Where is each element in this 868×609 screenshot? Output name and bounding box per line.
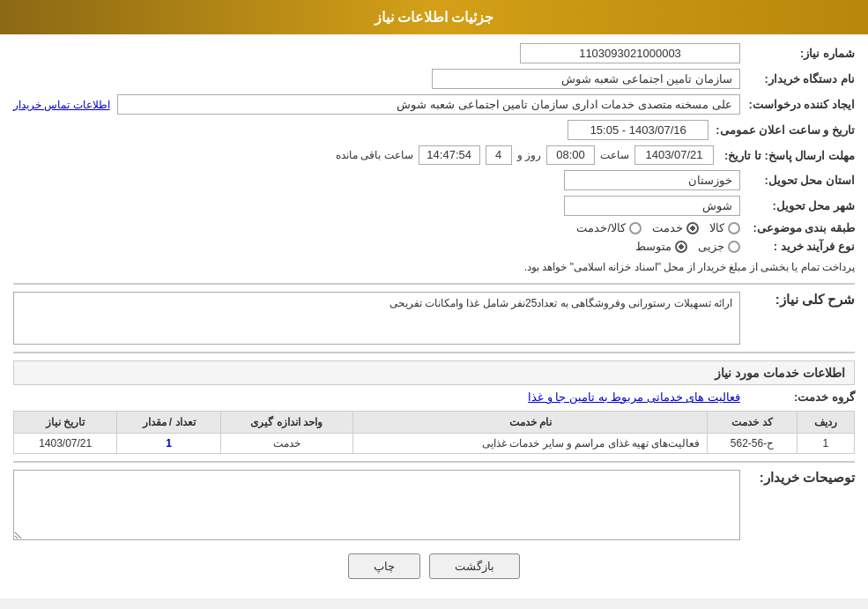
purchase-radio-jozi xyxy=(728,241,740,253)
category-option-kala-label: کالا xyxy=(709,221,724,234)
col-row-num: ردیف xyxy=(797,412,854,434)
publish-date-value: 1403/07/16 - 15:05 xyxy=(568,120,708,140)
buyer-notes-textarea[interactable] xyxy=(13,470,740,540)
services-table: ردیف کد خدمت نام خدمت واحد اندازه گیری ت… xyxy=(13,411,855,454)
purchase-type-label: نوع فرآیند خرید : xyxy=(740,240,855,253)
buyer-org-value: سازمان تامین اجتماعی شعبه شوش xyxy=(432,69,740,89)
purchase-type-jozi-label: جزیی xyxy=(698,240,724,253)
purchase-type-radio-group: جزیی متوسط xyxy=(635,240,740,253)
province-row: استان محل تحویل: خوزستان xyxy=(13,170,855,190)
province-label: استان محل تحویل: xyxy=(740,174,855,187)
category-label: طبقه بندی موضوعی: xyxy=(740,221,855,234)
category-radio-kala-khedmat xyxy=(629,222,642,234)
category-option-kala[interactable]: کالا xyxy=(709,221,740,234)
description-label: شرح کلی نیاز: xyxy=(740,292,855,308)
page-header: جزئیات اطلاعات نیاز xyxy=(0,0,868,34)
col-service-name: نام خدمت xyxy=(352,412,708,434)
response-deadline-row: مهلت ارسال پاسخ: تا تاریخ: 1403/07/21 سا… xyxy=(13,145,855,165)
buyer-notes-row: توصیحات خریدار: xyxy=(13,470,855,543)
col-date: تاریخ نیاز xyxy=(14,412,117,434)
purchase-type-row: نوع فرآیند خرید : جزیی متوسط xyxy=(13,240,855,253)
publish-date-label: تاریخ و ساعت اعلان عمومی: xyxy=(708,123,855,137)
response-date-value: 1403/07/21 xyxy=(634,145,714,165)
service-group-label: گروه خدمت: xyxy=(740,390,855,404)
category-option-khedmat[interactable]: خدمت xyxy=(652,221,699,234)
category-radio-group: کالا خدمت کالا/خدمت xyxy=(576,221,740,234)
creator-row: ایجاد کننده درخواست: علی مسخنه متصدی خدم… xyxy=(13,94,855,115)
city-value: شوش xyxy=(564,196,740,216)
response-days-value: 4 xyxy=(486,145,512,165)
divider-1 xyxy=(13,283,855,285)
need-number-row: شماره نیاز: 1103093021000003 xyxy=(13,43,855,63)
purchase-type-motavasset-label: متوسط xyxy=(635,240,671,253)
services-section-title: اطلاعات خدمات مورد نیاز xyxy=(13,360,855,385)
table-row: 1 ح-56-562 فعالیت‌های تهیه غذای مراسم و … xyxy=(14,434,855,454)
col-quantity: تعداد / مقدار xyxy=(117,412,220,434)
cell-row-num: 1 xyxy=(797,434,854,454)
page-title: جزئیات اطلاعات نیاز xyxy=(375,10,494,25)
buyer-org-row: نام دستگاه خریدار: سازمان تامین اجتماعی … xyxy=(13,69,855,89)
description-value: ارائه تسهیلات رستورانی وفروشگاهی به تعدا… xyxy=(13,292,740,345)
buyer-notes-label: توصیحات خریدار: xyxy=(740,470,855,486)
city-label: شهر محل تحویل: xyxy=(740,199,855,212)
purchase-note-row: پرداخت تمام یا بخشی از مبلغ خریدار از مح… xyxy=(13,258,855,276)
response-remaining-label: ساعت باقی مانده xyxy=(336,149,413,161)
category-option-kala-khedmat-label: کالا/خدمت xyxy=(576,221,626,234)
back-button[interactable]: بازگشت xyxy=(429,553,520,579)
col-unit: واحد اندازه گیری xyxy=(220,412,352,434)
category-option-khedmat-label: خدمت xyxy=(652,221,683,234)
cell-service-name: فعالیت‌های تهیه غذای مراسم و سایر خدمات … xyxy=(352,434,708,454)
response-days-label: روز و xyxy=(517,149,541,161)
description-row: شرح کلی نیاز: ارائه تسهیلات رستورانی وفر… xyxy=(13,292,855,345)
service-group-row: گروه خدمت: فعالیت های خدماتی مربوط به تا… xyxy=(13,390,855,404)
response-remaining-value: 14:47:54 xyxy=(419,145,480,165)
creator-value: علی مسخنه متصدی خدمات اداری سازمان تامین… xyxy=(117,94,740,115)
purchase-type-motavasset[interactable]: متوسط xyxy=(635,240,687,253)
col-service-code: کد خدمت xyxy=(708,412,797,434)
cell-quantity: 1 xyxy=(117,434,220,454)
service-group-value[interactable]: فعالیت های خدماتی مربوط به تامین جا و غذ… xyxy=(528,390,740,404)
category-row: طبقه بندی موضوعی: کالا خدمت کالا/خدمت xyxy=(13,221,855,234)
cell-service-code: ح-56-562 xyxy=(708,434,797,454)
cell-unit: خدمت xyxy=(220,434,352,454)
publish-date-row: تاریخ و ساعت اعلان عمومی: 1403/07/16 - 1… xyxy=(13,120,855,140)
response-time-label: ساعت xyxy=(600,149,629,161)
response-time-value: 08:00 xyxy=(546,145,595,165)
response-deadline-label: مهلت ارسال پاسخ: تا تاریخ: xyxy=(714,149,855,162)
divider-2 xyxy=(13,352,855,353)
print-button[interactable]: چاپ xyxy=(348,553,420,579)
city-row: شهر محل تحویل: شوش xyxy=(13,196,855,216)
cell-date: 1403/07/21 xyxy=(14,434,117,454)
purchase-note-text: پرداخت تمام یا بخشی از مبلغ خریدار از مح… xyxy=(524,258,855,276)
category-radio-khedmat xyxy=(686,222,699,234)
action-buttons: بازگشت چاپ xyxy=(13,553,855,579)
category-option-kala-khedmat[interactable]: کالا/خدمت xyxy=(576,221,642,234)
creator-label: ایجاد کننده درخواست: xyxy=(740,98,855,111)
purchase-radio-motavasset xyxy=(675,241,687,253)
province-value: خوزستان xyxy=(564,170,740,190)
category-radio-kala xyxy=(728,222,740,234)
purchase-type-jozi[interactable]: جزیی xyxy=(698,240,740,253)
need-number-value: 1103093021000003 xyxy=(520,43,740,63)
need-number-label: شماره نیاز: xyxy=(740,47,855,60)
divider-3 xyxy=(13,461,855,463)
services-table-section: ردیف کد خدمت نام خدمت واحد اندازه گیری ت… xyxy=(13,411,855,454)
contact-link[interactable]: اطلاعات تماس خریدار xyxy=(13,99,110,111)
buyer-org-label: نام دستگاه خریدار: xyxy=(740,72,855,85)
